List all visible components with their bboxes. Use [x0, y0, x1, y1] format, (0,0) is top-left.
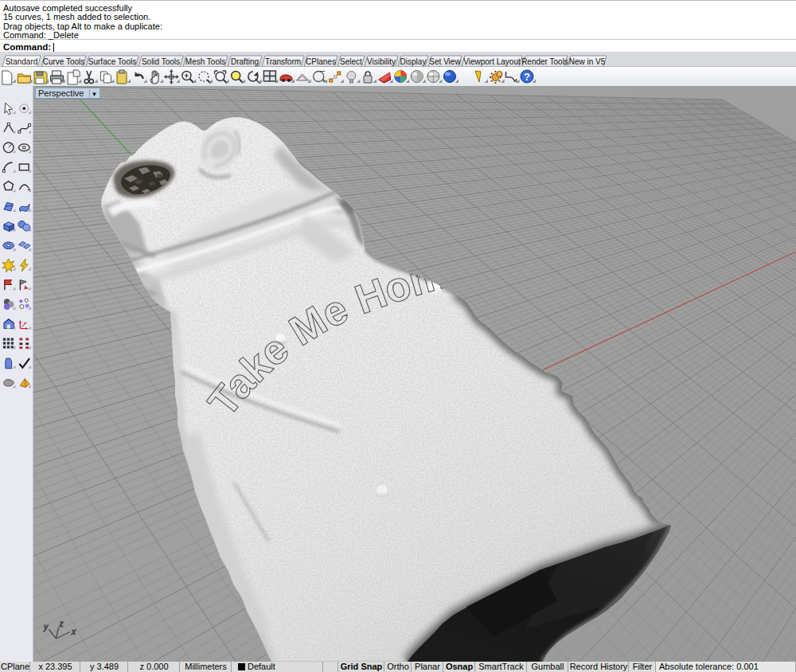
svg-text:Render Tools: Render Tools [521, 57, 568, 66]
svg-text:Curve Tools: Curve Tools [43, 57, 85, 66]
svg-text:?: ? [524, 71, 530, 83]
svg-text:New in V5: New in V5 [569, 57, 606, 66]
svg-text:Transform: Transform [265, 57, 301, 66]
svg-text:Solid Tools: Solid Tools [142, 57, 180, 66]
svg-text:z: z [59, 619, 64, 628]
svg-text:Display: Display [400, 57, 427, 66]
svg-text:Surface Tools: Surface Tools [88, 57, 136, 66]
svg-text:x: x [71, 627, 76, 636]
svg-text:Viewport Layout: Viewport Layout [463, 57, 521, 66]
svg-text:Visibility: Visibility [367, 57, 396, 66]
svg-text:Drafting: Drafting [231, 57, 259, 66]
svg-text:y: y [43, 623, 49, 631]
svg-text:Set View: Set View [429, 57, 461, 66]
svg-text:Select: Select [340, 57, 362, 66]
svg-text:CPlanes: CPlanes [306, 57, 336, 66]
svg-text:Standard: Standard [6, 57, 38, 66]
svg-text:Mesh Tools: Mesh Tools [185, 57, 225, 66]
